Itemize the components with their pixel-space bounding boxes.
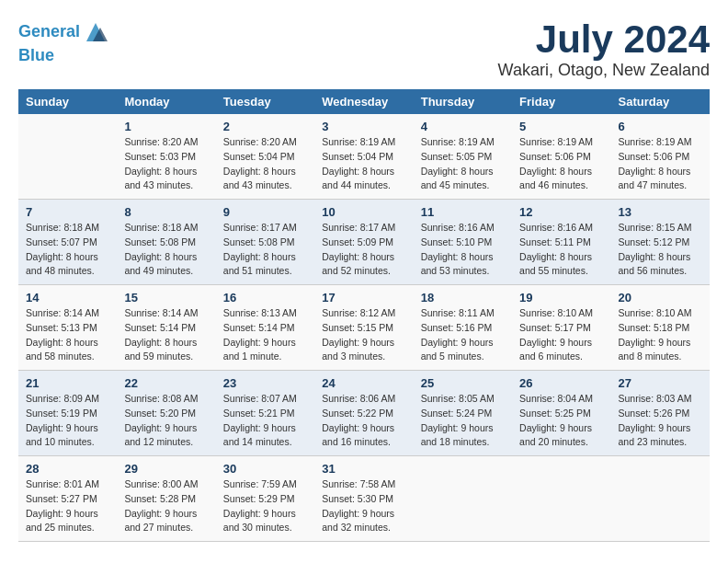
- day-info: Sunrise: 8:19 AMSunset: 5:05 PMDaylight:…: [421, 135, 505, 193]
- calendar-cell: 4Sunrise: 8:19 AMSunset: 5:05 PMDaylight…: [414, 114, 512, 200]
- calendar-header: SundayMondayTuesdayWednesdayThursdayFrid…: [18, 89, 710, 114]
- page-header: General Blue July 2024 Wakari, Otago, Ne…: [18, 18, 710, 80]
- day-info: Sunrise: 8:13 AMSunset: 5:14 PMDaylight:…: [223, 306, 307, 364]
- logo-general: General: [18, 22, 80, 40]
- logo-text: General: [18, 18, 109, 46]
- day-number: 2: [223, 120, 307, 133]
- logo-icon: [82, 18, 109, 46]
- calendar-cell: 15Sunrise: 8:14 AMSunset: 5:14 PMDayligh…: [117, 285, 215, 371]
- calendar-cell: 26Sunrise: 8:04 AMSunset: 5:25 PMDayligh…: [512, 371, 610, 456]
- day-info: Sunrise: 8:17 AMSunset: 5:08 PMDaylight:…: [223, 221, 307, 279]
- calendar-cell: 19Sunrise: 8:10 AMSunset: 5:17 PMDayligh…: [512, 285, 610, 371]
- calendar-cell: 6Sunrise: 8:19 AMSunset: 5:06 PMDaylight…: [611, 114, 710, 200]
- day-number: 7: [26, 205, 109, 219]
- day-number: 14: [26, 291, 109, 304]
- day-number: 16: [223, 291, 307, 304]
- calendar-cell: 14Sunrise: 8:14 AMSunset: 5:13 PMDayligh…: [18, 285, 117, 371]
- calendar-row: 7Sunrise: 8:18 AMSunset: 5:07 PMDaylight…: [18, 200, 710, 285]
- day-info: Sunrise: 8:15 AMSunset: 5:12 PMDaylight:…: [619, 221, 702, 279]
- calendar-cell: [18, 114, 117, 200]
- day-number: 28: [26, 462, 109, 476]
- day-number: 19: [519, 291, 603, 304]
- calendar-cell: 29Sunrise: 8:00 AMSunset: 5:28 PMDayligh…: [117, 456, 215, 542]
- calendar-cell: 21Sunrise: 8:09 AMSunset: 5:19 PMDayligh…: [18, 371, 117, 456]
- day-number: 15: [124, 291, 208, 304]
- calendar-table: SundayMondayTuesdayWednesdayThursdayFrid…: [18, 89, 710, 542]
- day-number: 5: [519, 120, 603, 133]
- calendar-row: 14Sunrise: 8:14 AMSunset: 5:13 PMDayligh…: [18, 285, 710, 371]
- calendar-cell: 10Sunrise: 8:17 AMSunset: 5:09 PMDayligh…: [314, 200, 413, 285]
- title-section: July 2024 Wakari, Otago, New Zealand: [498, 18, 710, 80]
- day-number: 9: [223, 205, 307, 219]
- day-of-week-header: Saturday: [611, 89, 710, 114]
- day-number: 18: [421, 291, 505, 304]
- day-info: Sunrise: 8:18 AMSunset: 5:08 PMDaylight:…: [124, 221, 208, 279]
- day-info: Sunrise: 8:09 AMSunset: 5:19 PMDaylight:…: [26, 392, 109, 450]
- day-number: 11: [421, 205, 505, 219]
- day-info: Sunrise: 8:20 AMSunset: 5:03 PMDaylight:…: [124, 135, 208, 193]
- day-number: 24: [322, 376, 405, 390]
- calendar-cell: 22Sunrise: 8:08 AMSunset: 5:20 PMDayligh…: [117, 371, 215, 456]
- calendar-row: 28Sunrise: 8:01 AMSunset: 5:27 PMDayligh…: [18, 456, 710, 542]
- location: Wakari, Otago, New Zealand: [498, 61, 710, 80]
- calendar-cell: 24Sunrise: 8:06 AMSunset: 5:22 PMDayligh…: [314, 371, 413, 456]
- day-info: Sunrise: 8:16 AMSunset: 5:10 PMDaylight:…: [421, 221, 505, 279]
- calendar-body: 1Sunrise: 8:20 AMSunset: 5:03 PMDaylight…: [18, 114, 710, 542]
- logo: General Blue: [18, 18, 109, 66]
- day-number: 30: [223, 462, 307, 476]
- day-info: Sunrise: 8:10 AMSunset: 5:18 PMDaylight:…: [619, 306, 702, 364]
- calendar-cell: 23Sunrise: 8:07 AMSunset: 5:21 PMDayligh…: [216, 371, 314, 456]
- calendar-cell: [414, 456, 512, 542]
- calendar-cell: 2Sunrise: 8:20 AMSunset: 5:04 PMDaylight…: [216, 114, 314, 200]
- day-number: 17: [322, 291, 405, 304]
- day-info: Sunrise: 8:14 AMSunset: 5:13 PMDaylight:…: [26, 306, 109, 364]
- logo-blue: Blue: [18, 46, 109, 66]
- calendar-cell: 30Sunrise: 7:59 AMSunset: 5:29 PMDayligh…: [216, 456, 314, 542]
- header-row: SundayMondayTuesdayWednesdayThursdayFrid…: [18, 89, 710, 114]
- calendar-cell: 18Sunrise: 8:11 AMSunset: 5:16 PMDayligh…: [414, 285, 512, 371]
- day-info: Sunrise: 8:00 AMSunset: 5:28 PMDaylight:…: [124, 477, 208, 535]
- day-info: Sunrise: 8:19 AMSunset: 5:06 PMDaylight:…: [519, 135, 603, 193]
- day-info: Sunrise: 8:10 AMSunset: 5:17 PMDaylight:…: [519, 306, 603, 364]
- day-number: 29: [124, 462, 208, 476]
- day-number: 13: [619, 205, 702, 219]
- day-info: Sunrise: 8:17 AMSunset: 5:09 PMDaylight:…: [322, 221, 405, 279]
- calendar-cell: [512, 456, 610, 542]
- day-info: Sunrise: 8:03 AMSunset: 5:26 PMDaylight:…: [619, 392, 702, 450]
- day-number: 26: [519, 376, 603, 390]
- day-info: Sunrise: 8:19 AMSunset: 5:04 PMDaylight:…: [322, 135, 405, 193]
- day-info: Sunrise: 8:12 AMSunset: 5:15 PMDaylight:…: [322, 306, 405, 364]
- day-info: Sunrise: 8:06 AMSunset: 5:22 PMDaylight:…: [322, 392, 405, 450]
- calendar-cell: 3Sunrise: 8:19 AMSunset: 5:04 PMDaylight…: [314, 114, 413, 200]
- day-of-week-header: Friday: [512, 89, 610, 114]
- day-info: Sunrise: 8:08 AMSunset: 5:20 PMDaylight:…: [124, 392, 208, 450]
- day-number: 21: [26, 376, 109, 390]
- calendar-cell: 16Sunrise: 8:13 AMSunset: 5:14 PMDayligh…: [216, 285, 314, 371]
- day-info: Sunrise: 8:07 AMSunset: 5:21 PMDaylight:…: [223, 392, 307, 450]
- day-number: 10: [322, 205, 405, 219]
- calendar-row: 21Sunrise: 8:09 AMSunset: 5:19 PMDayligh…: [18, 371, 710, 456]
- day-of-week-header: Wednesday: [314, 89, 413, 114]
- day-number: 27: [619, 376, 702, 390]
- calendar-cell: 17Sunrise: 8:12 AMSunset: 5:15 PMDayligh…: [314, 285, 413, 371]
- day-number: 8: [124, 205, 208, 219]
- day-of-week-header: Thursday: [414, 89, 512, 114]
- day-number: 23: [223, 376, 307, 390]
- day-of-week-header: Monday: [117, 89, 215, 114]
- day-info: Sunrise: 8:20 AMSunset: 5:04 PMDaylight:…: [223, 135, 307, 193]
- calendar-cell: [611, 456, 710, 542]
- day-of-week-header: Sunday: [18, 89, 117, 114]
- day-number: 25: [421, 376, 505, 390]
- day-info: Sunrise: 8:05 AMSunset: 5:24 PMDaylight:…: [421, 392, 505, 450]
- day-number: 22: [124, 376, 208, 390]
- calendar-cell: 27Sunrise: 8:03 AMSunset: 5:26 PMDayligh…: [611, 371, 710, 456]
- calendar-cell: 7Sunrise: 8:18 AMSunset: 5:07 PMDaylight…: [18, 200, 117, 285]
- day-number: 20: [619, 291, 702, 304]
- day-info: Sunrise: 8:04 AMSunset: 5:25 PMDaylight:…: [519, 392, 603, 450]
- calendar-cell: 11Sunrise: 8:16 AMSunset: 5:10 PMDayligh…: [414, 200, 512, 285]
- calendar-cell: 25Sunrise: 8:05 AMSunset: 5:24 PMDayligh…: [414, 371, 512, 456]
- day-of-week-header: Tuesday: [216, 89, 314, 114]
- day-number: 12: [519, 205, 603, 219]
- day-info: Sunrise: 7:59 AMSunset: 5:29 PMDaylight:…: [223, 477, 307, 535]
- day-number: 31: [322, 462, 405, 476]
